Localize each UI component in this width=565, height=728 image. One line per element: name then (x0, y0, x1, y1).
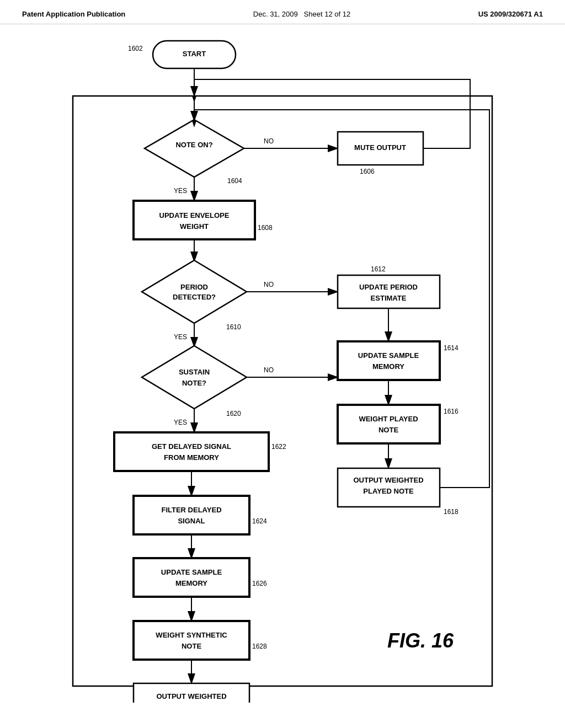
ref-1604: 1604 (227, 177, 242, 185)
ref-1622: 1622 (271, 443, 286, 451)
figure-label: FIG. 16 (387, 629, 454, 652)
update-sample-right-line1: UPDATE SAMPLE (358, 351, 419, 360)
filter-delayed-line1: FILTER DELAYED (161, 506, 221, 514)
ref-1602: 1602 (128, 45, 143, 52)
mute-output-label: MUTE OUTPUT (354, 143, 406, 152)
update-period-box (338, 275, 440, 308)
update-envelope-box (134, 201, 255, 239)
weight-played-line2: NOTE (379, 426, 398, 434)
flowchart-svg: START 1602 NOTE ON? 1604 YES NO MUTE OUT… (18, 30, 547, 703)
output-played-line1: OUTPUT WEIGHTED (353, 476, 423, 484)
ref-1614: 1614 (444, 344, 459, 352)
page: Patent Application Publication Dec. 31, … (0, 0, 565, 728)
update-sample-right-line2: MEMORY (372, 362, 404, 371)
yes-label-1: YES (174, 187, 187, 195)
ref-1610: 1610 (226, 323, 241, 331)
yes-label-3: YES (174, 419, 187, 426)
ref-1624: 1624 (252, 517, 267, 525)
no-label-2: NO (264, 281, 274, 288)
update-period-line2: ESTIMATE (371, 294, 407, 302)
ref-1608: 1608 (258, 224, 273, 232)
weight-played-box (338, 405, 440, 443)
sustain-note-diamond (142, 346, 247, 409)
filter-delayed-box (134, 496, 249, 534)
period-detected-line2: DETECTED? (173, 293, 216, 301)
period-detected-diamond (142, 260, 247, 323)
update-sample-right-box (338, 341, 440, 380)
ref-1626: 1626 (252, 580, 267, 587)
header-right: US 2009/320671 A1 (478, 10, 543, 18)
ref-1612: 1612 (371, 265, 386, 273)
update-envelope-line2: WEIGHT (180, 222, 209, 231)
update-sample-left-line2: MEMORY (175, 579, 207, 587)
weight-played-line1: WEIGHT PLAYED (359, 415, 418, 423)
get-delayed-line1: GET DELAYED SIGNAL (152, 442, 231, 451)
no-label-1: NO (264, 137, 274, 145)
page-header: Patent Application Publication Dec. 31, … (0, 0, 565, 24)
header-sheet: Sheet 12 of 12 (304, 10, 351, 18)
ref-1606: 1606 (360, 168, 375, 175)
ref-1616: 1616 (444, 408, 459, 415)
ref-1618: 1618 (444, 508, 459, 516)
header-left: Patent Application Publication (22, 10, 125, 18)
mute-loop-line (194, 79, 470, 148)
output-played-line2: PLAYED NOTE (363, 487, 414, 495)
header-date: Dec. 31, 2009 (253, 10, 298, 18)
mute-loop-arrow (192, 96, 196, 103)
get-delayed-line2: FROM MEMORY (164, 453, 219, 462)
output-synthetic-line1: OUTPUT WEIGHTED (156, 692, 226, 700)
diagram-area: START 1602 NOTE ON? 1604 YES NO MUTE OUT… (0, 24, 565, 708)
sustain-line1: SUSTAIN (179, 368, 210, 376)
period-detected-line1: PERIOD (180, 283, 208, 291)
update-envelope-line1: UPDATE ENVELOPE (159, 211, 230, 220)
yes-label-2: YES (174, 333, 187, 341)
weight-synthetic-box (134, 621, 249, 660)
no-label-3: NO (264, 366, 274, 374)
update-period-line1: UPDATE PERIOD (359, 283, 418, 291)
weight-synthetic-line2: NOTE (182, 642, 201, 650)
update-sample-left-line1: UPDATE SAMPLE (161, 568, 222, 576)
filter-delayed-line2: SIGNAL (178, 517, 205, 525)
weight-synthetic-line1: WEIGHT SYNTHETIC (156, 631, 227, 639)
start-label: START (183, 50, 206, 58)
ref-1628: 1628 (252, 643, 267, 650)
update-sample-left-box (134, 558, 249, 597)
sustain-line2: NOTE? (182, 379, 206, 387)
note-on-label: NOTE ON? (175, 141, 212, 149)
header-center: Dec. 31, 2009 Sheet 12 of 12 (253, 10, 350, 18)
get-delayed-box (114, 432, 269, 471)
ref-1620: 1620 (226, 410, 241, 417)
